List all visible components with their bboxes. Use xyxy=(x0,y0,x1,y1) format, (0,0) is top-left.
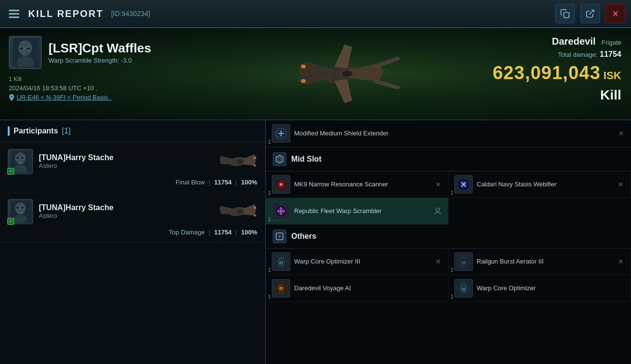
svg-point-33 xyxy=(253,215,256,216)
export-button[interactable] xyxy=(581,4,600,23)
item-name: Daredevil Voyage AI xyxy=(294,284,442,293)
hero-left: [LSR]Cpt Waffles Warp Scramble Strength:… xyxy=(0,28,204,119)
svg-point-23 xyxy=(253,157,256,159)
item-close-button[interactable]: ✕ xyxy=(434,258,442,265)
mid-slot-title: Mid Slot xyxy=(291,155,321,164)
participant-name: [TUNA]Harry Stache xyxy=(39,203,114,212)
damage-stat: 11754 xyxy=(214,229,232,236)
participants-panel: Participants [1] + [TUNA xyxy=(0,120,266,364)
svg-point-44 xyxy=(462,183,465,186)
participants-header: Participants [1] xyxy=(0,120,265,142)
copy-button[interactable] xyxy=(555,4,575,23)
header-title: KILL REPORT xyxy=(28,8,103,19)
participant-ship-img xyxy=(218,198,257,225)
svg-point-25 xyxy=(237,159,244,164)
others-title: Others xyxy=(291,232,316,241)
item-close-button[interactable]: ✕ xyxy=(617,130,625,137)
item-close-button[interactable]: ✕ xyxy=(617,181,625,188)
svg-point-30 xyxy=(20,206,24,209)
svg-point-34 xyxy=(237,209,244,214)
svg-point-32 xyxy=(253,207,256,209)
svg-point-20 xyxy=(16,156,19,159)
kills-badge: 1 Kill xyxy=(9,76,195,83)
participants-count: [1] xyxy=(62,127,71,135)
ship-class: Daredevil xyxy=(552,36,596,47)
percent-stat: 100% xyxy=(241,179,257,186)
participant-name: [TUNA]Harry Stache xyxy=(39,153,114,162)
svg-point-48 xyxy=(436,208,440,212)
pilot-stat: Warp Scramble Strength: -3.0 xyxy=(49,57,151,64)
item-name: Republic Fleet Warp Scrambler xyxy=(294,207,430,215)
ship-display xyxy=(204,28,476,119)
outcome-label: Kill xyxy=(600,87,621,103)
svg-text:III: III xyxy=(462,260,465,265)
location[interactable]: UR-E46 < N-39FI < Period Basis . xyxy=(9,94,195,101)
item-icon xyxy=(454,175,473,194)
participant-ship-img xyxy=(218,148,257,175)
participant-avatar: + xyxy=(8,199,33,224)
svg-point-11 xyxy=(301,65,306,68)
svg-line-1 xyxy=(589,10,594,15)
item-row: 1 Daredevil Voyage AI xyxy=(266,275,448,302)
participant-card: + [TUNA]Harry Stache Astero xyxy=(0,142,265,192)
item-icon: III xyxy=(272,252,290,271)
svg-rect-7 xyxy=(19,47,24,50)
item-icon xyxy=(272,279,290,298)
blow-label: Final Blow xyxy=(176,179,205,186)
close-button[interactable] xyxy=(606,4,625,23)
mid-slot-icon xyxy=(273,152,286,166)
blow-label: Top Damage xyxy=(169,229,205,236)
item-name: Warp Core Optimizer III xyxy=(294,258,431,266)
item-close-button[interactable]: ✕ xyxy=(617,258,625,265)
item-row: 1 III Warp Core Optimizer III ✕ xyxy=(266,248,448,275)
svg-point-14 xyxy=(343,71,351,76)
svg-point-47 xyxy=(279,209,283,213)
percent-stat: 100% xyxy=(241,229,257,236)
svg-point-41 xyxy=(280,183,282,185)
item-row-highlighted: 1 Republic Fleet Warp Scrambler xyxy=(266,198,448,225)
menu-button[interactable] xyxy=(6,7,22,21)
item-row: 1 Caldari Navy Stasis Webifier ✕ xyxy=(448,171,631,198)
svg-rect-8 xyxy=(26,47,31,50)
timestamp: 2024/04/16 18:53:58 UTC +10 . xyxy=(9,84,195,92)
item-name: Railgun Burst Aerator III xyxy=(477,258,613,266)
item-icon xyxy=(272,124,290,143)
item-icon: III xyxy=(454,279,473,298)
damage-value: 11754 xyxy=(600,50,622,58)
person-icon xyxy=(433,207,442,215)
hero-section: [LSR]Cpt Waffles Warp Scramble Strength:… xyxy=(0,28,631,120)
item-name: Caldari Navy Stasis Webifier xyxy=(477,181,613,189)
items-panel: 1 Modified Medium Shield Extender ✕ xyxy=(266,120,631,364)
participant-stats: Final Blow | 11754 | 100% xyxy=(8,179,257,186)
mid-slot-items: 1 MK9 Narrow Resonance Scanner ✕ 1 xyxy=(266,171,631,225)
item-row: 1 MK9 Narrow Resonance Scanner ✕ xyxy=(266,171,448,198)
item-row: 1 Modified Medium Shield Extender ✕ xyxy=(266,120,631,147)
others-header: Others xyxy=(266,225,631,248)
participant-ship: Astero xyxy=(39,212,114,219)
damage-label: Total damage: xyxy=(558,51,598,58)
main-content: Participants [1] + [TUNA xyxy=(0,120,631,364)
isk-label: ISK xyxy=(603,69,621,82)
svg-point-29 xyxy=(16,206,19,209)
item-name: Warp Core Optimizer xyxy=(477,284,625,293)
item-icon: III xyxy=(454,252,473,271)
header-id: [ID:9430234] xyxy=(111,10,150,17)
participant-ship: Astero xyxy=(39,162,114,169)
pilot-name: [LSR]Cpt Waffles xyxy=(49,41,151,56)
others-items: 1 III Warp Core Optimizer III ✕ 1 xyxy=(266,248,631,302)
item-name: Modified Medium Shield Extender xyxy=(294,130,614,138)
avatar xyxy=(9,36,42,69)
participant-stats: Top Damage | 11754 | 100% xyxy=(8,229,257,236)
item-row: 1 III Warp Core Optimizer xyxy=(448,275,631,302)
svg-rect-0 xyxy=(564,13,569,18)
svg-point-55 xyxy=(279,286,283,290)
top-items-row: 1 Modified Medium Shield Extender ✕ xyxy=(266,120,631,148)
item-close-button[interactable]: ✕ xyxy=(434,181,442,188)
item-row: 1 III Railgun Burst Aerator III ✕ xyxy=(448,248,631,275)
header-bar xyxy=(8,126,10,136)
svg-point-12 xyxy=(301,79,306,83)
svg-text:III: III xyxy=(462,287,465,292)
item-name: MK9 Narrow Resonance Scanner xyxy=(294,181,431,189)
participant-card: + [TUNA]Harry Stache Astero xyxy=(0,192,265,242)
item-icon xyxy=(272,202,290,220)
